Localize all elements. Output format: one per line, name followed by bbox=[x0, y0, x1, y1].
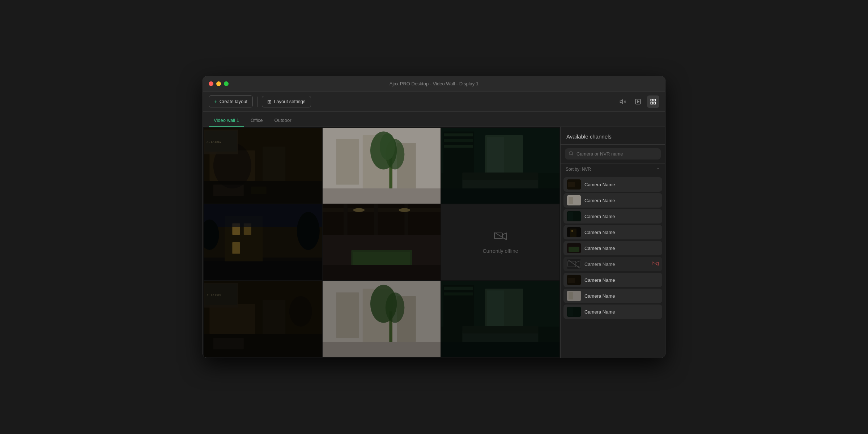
video-grid: AU LA PAIX bbox=[203, 127, 560, 358]
list-item[interactable]: Camera Name bbox=[563, 209, 662, 224]
grid-settings-icon: ⊞ bbox=[267, 99, 272, 105]
layout-settings-label: Layout settings bbox=[274, 99, 305, 104]
window-title: Ajax PRO Desktop - Video Wall - Display … bbox=[390, 81, 478, 86]
search-input[interactable] bbox=[576, 151, 657, 157]
list-item[interactable]: Camera Name bbox=[563, 177, 662, 192]
offline-text: Currently offline bbox=[483, 248, 518, 254]
camera-thumbnail bbox=[567, 211, 581, 221]
sidebar-title: Available channels bbox=[566, 133, 612, 140]
camera-thumbnail bbox=[567, 179, 581, 190]
svg-rect-19 bbox=[204, 128, 322, 204]
camera-thumbnail bbox=[567, 243, 581, 253]
svg-rect-118 bbox=[567, 243, 581, 253]
svg-rect-105 bbox=[567, 179, 581, 190]
camera-thumbnail bbox=[567, 195, 581, 205]
toolbar: + Create layout ⊞ Layout settings bbox=[203, 92, 665, 112]
svg-marker-4 bbox=[638, 101, 639, 103]
tab-video-wall-1[interactable]: Video wall 1 bbox=[209, 115, 244, 127]
svg-rect-125 bbox=[567, 275, 581, 285]
camera-name: Camera Name bbox=[584, 309, 659, 315]
svg-rect-78 bbox=[204, 281, 322, 357]
offline-camera-icon bbox=[494, 231, 507, 244]
list-item[interactable]: Camera Name bbox=[563, 305, 662, 319]
video-cell-5[interactable] bbox=[323, 204, 441, 280]
layout-settings-button[interactable]: ⊞ Layout settings bbox=[262, 96, 311, 107]
camera-thumbnail bbox=[567, 227, 581, 237]
right-sidebar: Available channels Sort by: NVR bbox=[560, 127, 665, 358]
toolbar-right bbox=[617, 95, 659, 108]
svg-rect-131 bbox=[567, 307, 581, 317]
tab-office[interactable]: Office bbox=[246, 115, 268, 127]
list-item[interactable]: Camera Name bbox=[563, 273, 662, 287]
camera-name: Camera Name bbox=[584, 230, 659, 235]
volume-button[interactable] bbox=[617, 95, 629, 108]
video-cell-7[interactable]: AU LA PAIX bbox=[204, 281, 322, 357]
camera-thumbnail bbox=[567, 275, 581, 285]
list-item[interactable]: Camera Name bbox=[563, 289, 662, 303]
title-bar: Ajax PRO Desktop - Video Wall - Display … bbox=[203, 76, 665, 92]
main-content: AU LA PAIX bbox=[203, 127, 665, 358]
svg-rect-67 bbox=[323, 204, 441, 280]
close-button[interactable] bbox=[209, 81, 213, 86]
list-item[interactable]: Camera Name bbox=[563, 225, 662, 239]
video-cell-4[interactable] bbox=[204, 204, 322, 280]
camera-list: Camera Name Camera Name bbox=[561, 175, 665, 358]
svg-rect-88 bbox=[323, 281, 441, 357]
sort-chevron-icon[interactable] bbox=[656, 166, 660, 172]
svg-rect-108 bbox=[567, 195, 581, 205]
svg-rect-8 bbox=[654, 102, 656, 104]
camera-name: Camera Name bbox=[584, 261, 648, 267]
camera-thumbnail bbox=[567, 291, 581, 301]
sidebar-header: Available channels bbox=[561, 127, 665, 145]
svg-rect-68 bbox=[494, 233, 502, 239]
plus-icon: + bbox=[214, 98, 217, 105]
camera-name: Camera Name bbox=[584, 214, 659, 219]
video-cell-2[interactable] bbox=[323, 128, 441, 204]
tab-outdoor[interactable]: Outdoor bbox=[269, 115, 297, 127]
svg-rect-115 bbox=[567, 227, 581, 237]
list-item[interactable]: Camera Name bbox=[563, 257, 662, 271]
create-layout-label: Create layout bbox=[220, 99, 247, 104]
svg-rect-30 bbox=[323, 128, 441, 204]
camera-thumbnail bbox=[567, 259, 581, 269]
toolbar-divider bbox=[257, 97, 258, 107]
camera-name: Camera Name bbox=[584, 277, 659, 283]
svg-rect-100 bbox=[441, 281, 559, 357]
svg-line-102 bbox=[572, 154, 573, 156]
sort-bar: Sort by: NVR bbox=[561, 163, 665, 175]
video-cell-8[interactable] bbox=[323, 281, 441, 357]
video-cell-1[interactable]: AU LA PAIX bbox=[204, 128, 322, 204]
video-cell-9[interactable] bbox=[441, 281, 559, 357]
maximize-button[interactable] bbox=[224, 81, 229, 86]
app-window: Ajax PRO Desktop - Video Wall - Display … bbox=[203, 76, 665, 358]
list-item[interactable]: Camera Name bbox=[563, 193, 662, 208]
svg-rect-54 bbox=[204, 204, 322, 280]
svg-rect-122 bbox=[652, 262, 656, 265]
svg-point-101 bbox=[569, 152, 573, 155]
offline-camera-icon bbox=[652, 261, 659, 267]
search-icon bbox=[569, 151, 574, 157]
minimize-button[interactable] bbox=[216, 81, 221, 86]
svg-rect-5 bbox=[651, 99, 652, 101]
play-button[interactable] bbox=[632, 95, 644, 108]
video-cell-3[interactable] bbox=[441, 128, 559, 204]
svg-rect-128 bbox=[567, 291, 581, 301]
camera-name: Camera Name bbox=[584, 293, 659, 299]
search-input-wrapper[interactable] bbox=[565, 148, 661, 159]
layout-grid-button[interactable] bbox=[647, 95, 659, 108]
svg-rect-43 bbox=[441, 128, 559, 204]
camera-name: Camera Name bbox=[584, 198, 659, 203]
camera-name: Camera Name bbox=[584, 246, 659, 251]
camera-thumbnail bbox=[567, 307, 581, 317]
sort-label: Sort by: NVR bbox=[566, 167, 591, 172]
search-bar-container bbox=[561, 145, 665, 163]
camera-name: Camera Name bbox=[584, 182, 659, 187]
svg-rect-111 bbox=[567, 211, 581, 221]
tabs-bar: Video wall 1 Office Outdoor bbox=[203, 112, 665, 127]
traffic-lights bbox=[209, 81, 229, 86]
create-layout-button[interactable]: + Create layout bbox=[209, 95, 253, 107]
svg-rect-6 bbox=[654, 99, 656, 101]
video-cell-6-offline: Currently offline bbox=[441, 204, 559, 280]
list-item[interactable]: Camera Name bbox=[563, 241, 662, 255]
svg-rect-7 bbox=[651, 102, 652, 104]
